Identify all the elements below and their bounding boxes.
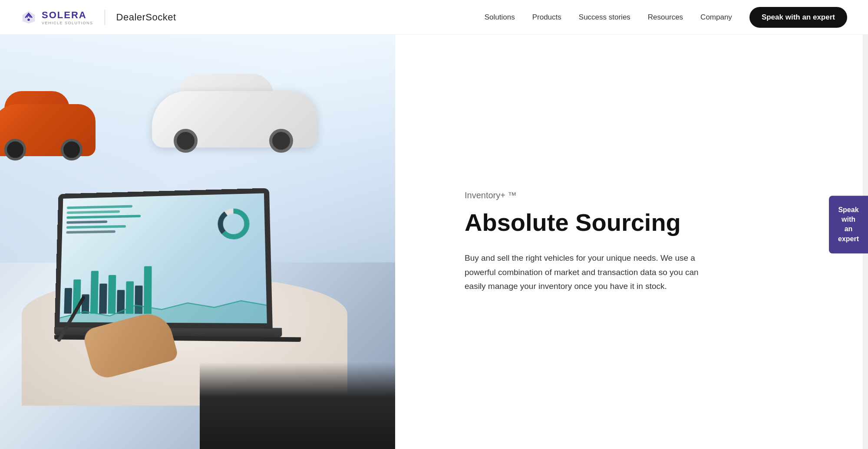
solera-brand-name: SOLERA bbox=[42, 10, 93, 21]
nav-links: Solutions Products Success stories Resou… bbox=[485, 7, 847, 28]
product-label: Inventory+ ™ bbox=[465, 190, 716, 200]
nav-products[interactable]: Products bbox=[532, 13, 561, 22]
hero-section: Inventory+ ™ Absolute Sourcing Buy and s… bbox=[0, 35, 868, 449]
white-car-wheel-front bbox=[174, 129, 198, 153]
hero-content-panel: Inventory+ ™ Absolute Sourcing Buy and s… bbox=[395, 35, 868, 449]
donut-chart bbox=[216, 206, 251, 242]
nav-success-stories[interactable]: Success stories bbox=[579, 13, 630, 22]
float-cta-line2: an expert bbox=[838, 226, 859, 243]
navbar: SOLERA Vehicle Solutions DealerSocket So… bbox=[0, 0, 868, 35]
nav-solutions[interactable]: Solutions bbox=[485, 13, 515, 22]
orange-car-wheel-rear bbox=[61, 139, 83, 161]
laptop-screen bbox=[55, 188, 273, 328]
solera-sub-label: Vehicle Solutions bbox=[42, 21, 93, 25]
bottom-dark-section bbox=[200, 362, 395, 449]
solera-icon bbox=[21, 10, 36, 25]
orange-car bbox=[0, 69, 104, 156]
product-content-card: Inventory+ ™ Absolute Sourcing Buy and s… bbox=[439, 164, 743, 319]
nav-resources[interactable]: Resources bbox=[648, 13, 683, 22]
chart-horizontal-lines bbox=[66, 205, 149, 236]
area-chart bbox=[59, 296, 267, 323]
dealer-socket-brand: DealerSocket bbox=[116, 12, 176, 23]
svg-point-1 bbox=[27, 18, 30, 20]
logo-divider bbox=[105, 10, 105, 25]
hero-background bbox=[0, 35, 395, 449]
product-description: Buy and sell the right vehicles for your… bbox=[465, 251, 708, 293]
product-title: Absolute Sourcing bbox=[465, 209, 716, 236]
orange-car-wheel-front bbox=[4, 139, 26, 161]
speak-with-expert-float-button[interactable]: Speak with an expert bbox=[829, 196, 868, 254]
white-car-wheel-rear bbox=[269, 129, 293, 153]
white-car bbox=[152, 52, 326, 147]
float-cta-line1: Speak with bbox=[838, 206, 858, 223]
brand-logo[interactable]: SOLERA Vehicle Solutions DealerSocket bbox=[21, 10, 176, 25]
solera-text-group: SOLERA Vehicle Solutions bbox=[42, 10, 93, 25]
speak-with-expert-button[interactable]: Speak with an expert bbox=[749, 7, 847, 28]
hero-image-panel bbox=[0, 35, 395, 449]
nav-company[interactable]: Company bbox=[700, 13, 732, 22]
laptop-screen-content bbox=[59, 193, 267, 324]
